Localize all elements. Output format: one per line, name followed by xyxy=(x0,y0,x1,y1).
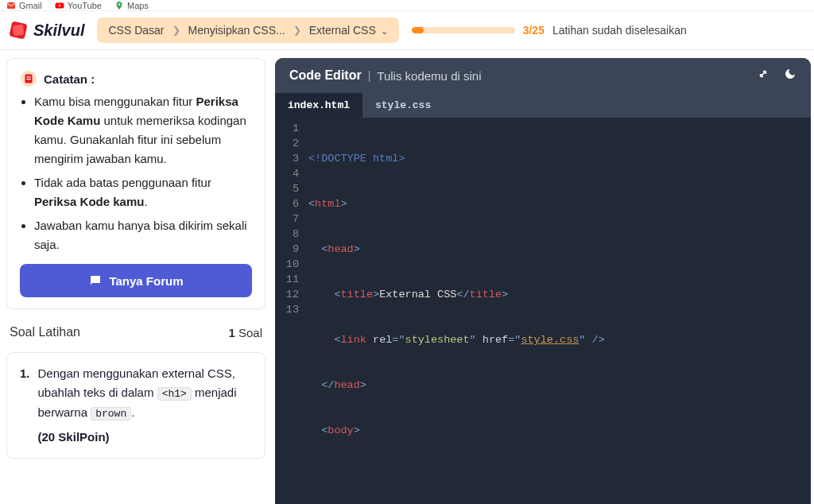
progress-label: Latihan sudah diselesaikan xyxy=(552,24,687,37)
editor-header: Code Editor | Tulis kodemu di sini xyxy=(275,58,811,93)
main-content: Catatan : Kamu bisa menggunakan fitur Pe… xyxy=(0,50,814,504)
youtube-icon xyxy=(55,1,64,10)
breadcrumb: CSS Dasar ❯ Menyisipkan CSS... ❯ Externa… xyxy=(97,17,398,43)
breadcrumb-item-2[interactable]: External CSS ⌄ xyxy=(309,24,388,37)
note-item-3: Jawaban kamu hanya bisa dikirim sekali s… xyxy=(34,216,252,254)
editor-toolbar xyxy=(757,68,797,83)
chevron-right-icon: ❯ xyxy=(172,25,180,36)
skilvul-logo-icon xyxy=(8,20,29,41)
brand-logo[interactable]: Skilvul xyxy=(8,20,84,41)
progress-section: 3/25 Latihan sudah diselesaikan xyxy=(412,24,806,37)
exercise-item-1: 1. Dengan menggunakan external CSS, ubah… xyxy=(20,364,252,447)
editor-subtitle: Tulis kodemu di sini xyxy=(377,69,481,83)
svg-point-2 xyxy=(118,3,121,6)
chevron-right-icon: ❯ xyxy=(293,25,301,36)
line-gutter: 12345678910111213 xyxy=(275,121,305,504)
code-editor-panel: Code Editor | Tulis kodemu di sini index… xyxy=(275,58,811,504)
app-header: Skilvul CSS Dasar ❯ Menyisipkan CSS... ❯… xyxy=(0,11,814,50)
svg-rect-7 xyxy=(26,76,31,77)
editor-title: Code Editor xyxy=(289,68,362,83)
maps-icon xyxy=(114,1,124,10)
clipboard-icon xyxy=(20,70,37,87)
code-inline-brown: brown xyxy=(91,407,131,421)
exercise-points: (20 SkilPoin) xyxy=(38,428,252,447)
editor-separator: | xyxy=(368,69,371,82)
notes-panel: Catatan : Kamu bisa menggunakan fitur Pe… xyxy=(6,58,266,309)
code-inline-h1: <h1> xyxy=(157,387,192,401)
progress-bar xyxy=(412,27,515,33)
fullscreen-icon[interactable] xyxy=(757,68,769,83)
chevron-down-icon: ⌄ xyxy=(381,26,388,36)
bookmark-gmail[interactable]: Gmail xyxy=(6,1,42,10)
exercise-panel: 1. Dengan menggunakan external CSS, ubah… xyxy=(6,352,266,459)
tab-style-css[interactable]: style.css xyxy=(362,93,444,118)
browser-bookmarks-bar: Gmail YouTube Maps xyxy=(0,0,814,11)
progress-fill xyxy=(412,27,424,33)
tab-index-html[interactable]: index.html xyxy=(275,93,362,118)
code-lines[interactable]: <!DOCTYPE html> <html> <head> <title>Ext… xyxy=(305,121,811,504)
left-sidebar: Catatan : Kamu bisa menggunakan fitur Pe… xyxy=(3,58,266,504)
code-editor-area[interactable]: 12345678910111213 <!DOCTYPE html> <html>… xyxy=(275,118,811,504)
exercise-text: Dengan menggunakan external CSS, ubahlah… xyxy=(38,364,252,447)
note-item-2: Tidak ada batas penggunaan fitur Periksa… xyxy=(34,173,252,211)
notes-title: Catatan : xyxy=(20,70,252,87)
theme-toggle-icon[interactable] xyxy=(784,68,797,83)
bookmark-youtube[interactable]: YouTube xyxy=(55,1,102,10)
gmail-icon xyxy=(6,1,16,10)
exercise-header: Soal Latihan 1 Soal xyxy=(6,317,266,344)
svg-rect-4 xyxy=(13,25,24,36)
exercise-count: 1 Soal xyxy=(228,326,262,339)
bookmark-maps[interactable]: Maps xyxy=(114,1,149,10)
breadcrumb-item-0[interactable]: CSS Dasar xyxy=(108,24,164,37)
svg-rect-8 xyxy=(26,79,31,79)
exercise-title: Soal Latihan xyxy=(10,325,80,339)
progress-text: 3/25 xyxy=(523,24,545,37)
chat-icon xyxy=(88,273,103,288)
exercise-number: 1. xyxy=(20,364,30,447)
notes-list: Kamu bisa menggunakan fitur Periksa Kode… xyxy=(20,92,252,254)
ask-forum-button[interactable]: Tanya Forum xyxy=(20,264,252,297)
note-item-1: Kamu bisa menggunakan fitur Periksa Kode… xyxy=(34,92,252,169)
breadcrumb-item-1[interactable]: Menyisipkan CSS... xyxy=(188,24,285,37)
editor-tabs: index.html style.css xyxy=(275,93,811,118)
